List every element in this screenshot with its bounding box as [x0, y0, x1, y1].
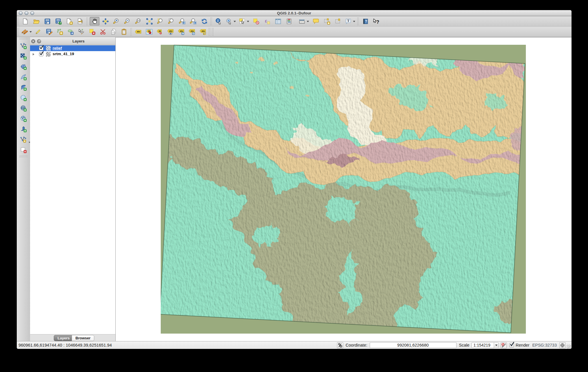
select-features-button[interactable]: [238, 17, 250, 26]
pan-to-selection-button[interactable]: [101, 17, 110, 26]
layer-checkbox[interactable]: [39, 52, 43, 56]
field-calculator-icon: [286, 18, 293, 25]
toolbar-handle[interactable]: [210, 18, 212, 25]
move-feature-button[interactable]: [66, 27, 75, 36]
panel-close-icon[interactable]: [31, 39, 35, 43]
save-layer-edits-button[interactable]: [44, 27, 54, 36]
new-composer-button[interactable]: [64, 17, 74, 26]
zoom-to-layer-button[interactable]: [167, 17, 176, 26]
add-oracle-layer-button[interactable]: [19, 124, 28, 134]
identify-features-button[interactable]: [214, 17, 223, 26]
show-hide-labels-button[interactable]: [166, 27, 175, 36]
whats-this-button[interactable]: [371, 17, 381, 26]
zoom-next-button[interactable]: [188, 17, 198, 26]
new-shapefile-layer-button[interactable]: [19, 135, 28, 144]
map-tips-button[interactable]: [311, 17, 321, 26]
toolbar-handle[interactable]: [357, 18, 359, 25]
new-bookmark-button[interactable]: [322, 17, 332, 26]
add-wms-layer-button[interactable]: [19, 93, 28, 103]
change-label-button[interactable]: [198, 27, 208, 36]
deselect-features-button[interactable]: [251, 17, 261, 26]
composer-manager-button[interactable]: [75, 17, 85, 26]
layer-checkbox[interactable]: [39, 46, 43, 50]
add-feature-button[interactable]: [55, 27, 65, 36]
add-wms-layer-icon: [20, 94, 27, 101]
layer-item-srtm[interactable]: srtm_41_19: [30, 51, 115, 57]
remove-layer-button[interactable]: [19, 145, 28, 155]
open-project-button[interactable]: [32, 17, 41, 26]
zoom-actual-size-button[interactable]: [134, 17, 143, 26]
zoom-to-selection-icon: [157, 18, 164, 25]
toolbar-handle[interactable]: [20, 38, 27, 40]
help-contents-button[interactable]: [360, 17, 370, 26]
copy-features-button[interactable]: [109, 27, 119, 36]
toolbar-handle[interactable]: [130, 28, 132, 36]
layer-label[interactable]: srtm_41_19: [53, 52, 74, 56]
scale-value: 1:154219: [474, 343, 490, 347]
add-mssql-layer-button[interactable]: [19, 83, 28, 92]
stop-rendering-icon[interactable]: [501, 342, 507, 348]
map-canvas[interactable]: [116, 37, 572, 341]
render-checkbox[interactable]: [509, 343, 514, 347]
deselect-icon: [253, 18, 260, 25]
panel-float-icon[interactable]: [37, 39, 41, 43]
zoom-full-button[interactable]: [145, 17, 154, 26]
zoom-last-button[interactable]: [177, 17, 187, 26]
pin-unpin-labels-button[interactable]: [155, 27, 165, 36]
delete-selected-button[interactable]: [87, 27, 97, 36]
add-wcs-layer-button[interactable]: [19, 104, 28, 113]
save-project-as-icon: [55, 18, 62, 25]
save-project-as-button[interactable]: [53, 17, 63, 26]
node-tool-button[interactable]: [77, 27, 86, 36]
layer-item-relief[interactable]: relief: [30, 45, 115, 51]
toolbar-handle[interactable]: [212, 28, 214, 36]
add-wfs-layer-button[interactable]: [19, 114, 28, 123]
toggle-editing-button[interactable]: [34, 27, 43, 36]
rotate-label-button[interactable]: [187, 27, 197, 36]
label-rotate-icon: [188, 28, 195, 35]
coordinate-input[interactable]: [370, 342, 456, 348]
open-attribute-table-button[interactable]: [273, 17, 283, 26]
zoom-in-button[interactable]: [112, 17, 121, 26]
field-calculator-button[interactable]: [284, 17, 294, 26]
combo-dropdown-icon[interactable]: [494, 343, 498, 348]
text-annotation-button[interactable]: [344, 17, 356, 26]
layer-label[interactable]: relief: [53, 46, 62, 50]
toolbar-handle[interactable]: [86, 18, 88, 25]
scale-combobox[interactable]: 1:154219: [471, 342, 499, 348]
select-by-expression-button[interactable]: [262, 17, 272, 26]
run-feature-action-button[interactable]: [225, 17, 237, 26]
refresh-map-button[interactable]: [199, 17, 209, 26]
expand-arrow-icon[interactable]: [33, 53, 34, 55]
add-raster-layer-button[interactable]: [19, 52, 28, 61]
paste-features-button[interactable]: [119, 27, 129, 36]
tab-browser[interactable]: Browser: [72, 335, 94, 341]
new-project-button[interactable]: [21, 17, 30, 26]
zoom-out-button[interactable]: [123, 17, 132, 26]
cut-features-button[interactable]: [98, 27, 108, 36]
toolbar-handle[interactable]: [20, 156, 27, 158]
toggle-extents-icon[interactable]: [337, 342, 343, 348]
zoom-to-selection-button[interactable]: [156, 17, 165, 26]
move-label-button[interactable]: [176, 27, 186, 36]
toolbar-handle[interactable]: [17, 28, 19, 36]
layers-panel-header[interactable]: Layers: [30, 37, 115, 45]
toolbar-handle[interactable]: [209, 28, 211, 36]
toolbar-handle[interactable]: [17, 18, 19, 25]
title-bar[interactable]: QGIS 2.0.1–Dufour: [17, 10, 572, 16]
labeling-options-button[interactable]: [133, 27, 143, 36]
tab-layers[interactable]: Layers: [54, 335, 73, 341]
highlight-pinned-labels-button[interactable]: [144, 27, 154, 36]
measure-line-button[interactable]: [298, 17, 310, 26]
pan-map-button[interactable]: [90, 17, 99, 26]
current-edits-button[interactable]: [21, 27, 33, 36]
main-toolbar: [17, 16, 572, 27]
label-eye-icon: [167, 28, 174, 35]
add-vector-layer-button[interactable]: [19, 41, 28, 51]
show-bookmarks-button[interactable]: [333, 17, 343, 26]
save-project-button[interactable]: [42, 17, 52, 26]
add-spatialite-layer-button[interactable]: [19, 72, 28, 82]
add-postgis-layer-button[interactable]: [19, 62, 28, 71]
resize-grip[interactable]: [567, 345, 571, 349]
projection-icon[interactable]: [559, 342, 565, 348]
